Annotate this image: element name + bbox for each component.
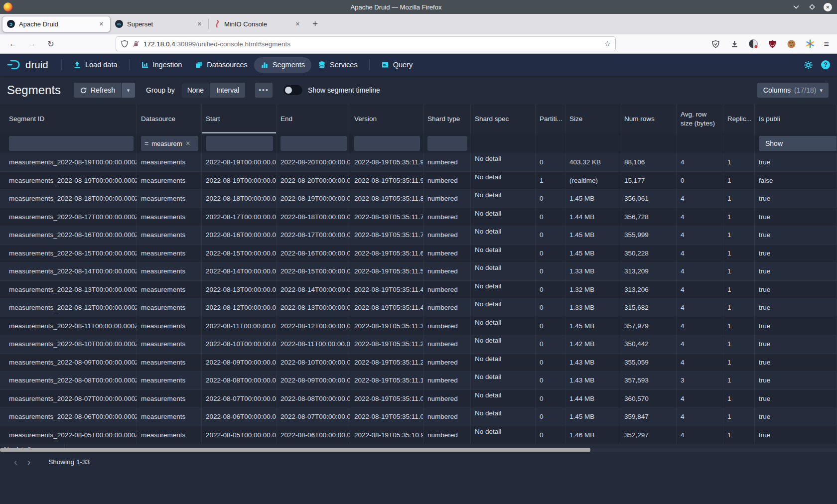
cell-datasource: measurements bbox=[137, 190, 202, 208]
bookmark-star-icon[interactable]: ☆ bbox=[604, 39, 611, 48]
gear-icon[interactable] bbox=[804, 60, 813, 70]
cell-start: 2022-08-17T00:00:00.0... bbox=[202, 208, 277, 226]
new-tab-button[interactable]: + bbox=[306, 18, 324, 29]
nav-datasources[interactable]: Datasources bbox=[188, 57, 254, 73]
column-header-size[interactable]: Size bbox=[565, 105, 620, 133]
tab-close-icon[interactable]: ✕ bbox=[293, 20, 302, 28]
cell-partition: 0 bbox=[536, 408, 565, 426]
clear-filter-icon[interactable]: ✕ bbox=[185, 140, 190, 147]
segment-id-filter-input[interactable] bbox=[9, 136, 134, 151]
refresh-dropdown-button[interactable]: ▾ bbox=[122, 83, 135, 98]
cell-replication: 1 bbox=[723, 390, 755, 408]
tab-close-icon[interactable]: ✕ bbox=[97, 20, 106, 28]
cell-segment-id: measurements_2022-08-07T00:00:00.000Z... bbox=[0, 390, 137, 408]
nav-segments[interactable]: Segments bbox=[254, 57, 311, 73]
tab-minio-console[interactable]: MinIO Console ✕ bbox=[209, 16, 306, 32]
cell-datasource: measurements bbox=[137, 172, 202, 190]
cell-is-published: true bbox=[755, 354, 837, 372]
next-page-icon[interactable]: › bbox=[22, 457, 36, 467]
cell-num-rows: 360,570 bbox=[620, 390, 677, 408]
column-header-avg-row-size[interactable]: Avg. row size (bytes) bbox=[677, 105, 723, 133]
forward-button[interactable]: → bbox=[26, 39, 38, 48]
insecure-lock-icon[interactable] bbox=[132, 40, 140, 48]
nav-services[interactable]: Services bbox=[311, 57, 364, 73]
column-header-label: Start bbox=[206, 115, 220, 124]
table-row: measurements_2022-08-07T00:00:00.000Z...… bbox=[0, 390, 837, 408]
start-filter-input[interactable] bbox=[206, 136, 273, 151]
previous-page-icon[interactable]: ‹ bbox=[9, 457, 22, 467]
is-published-filter-button[interactable]: Show bbox=[759, 136, 837, 151]
back-button[interactable]: ← bbox=[7, 39, 19, 48]
druid-logo[interactable]: druid bbox=[7, 59, 48, 71]
version-filter-input[interactable] bbox=[354, 136, 420, 151]
colorful-asterisk-extension-icon[interactable] bbox=[805, 38, 816, 49]
refresh-button[interactable]: Refresh bbox=[74, 83, 121, 98]
timeline-toggle-label: Show segment timeline bbox=[308, 86, 380, 94]
cell-version: 2022-08-19T05:35:11.4... bbox=[350, 299, 423, 317]
cell-end: 2022-08-16T00:00:00.0... bbox=[277, 245, 350, 262]
tab-close-icon[interactable]: ✕ bbox=[195, 20, 204, 28]
cell-num-rows: 357,979 bbox=[620, 317, 677, 335]
privacy-mask-extension-icon[interactable] bbox=[748, 38, 759, 49]
table-filter-row: =measureme✕Show bbox=[0, 133, 837, 153]
group-by-none-button[interactable]: None bbox=[181, 83, 210, 98]
ublock-extension-icon[interactable] bbox=[767, 38, 778, 49]
cell-replication: 1 bbox=[723, 172, 755, 190]
column-header-shard-spec[interactable]: Shard spec bbox=[471, 105, 536, 133]
tab-superset[interactable]: ∞ Superset ✕ bbox=[111, 16, 208, 32]
close-icon[interactable]: ✕ bbox=[824, 3, 832, 11]
cell-datasource: measurements bbox=[137, 335, 202, 353]
shield-check-extension-icon[interactable] bbox=[710, 38, 721, 49]
cell-partition: 1 bbox=[536, 172, 565, 190]
columns-button[interactable]: Columns (17/18) ▾ bbox=[757, 83, 829, 98]
datasource-filter-input[interactable]: =measureme✕ bbox=[141, 136, 198, 151]
column-header-segment-id[interactable]: Segment ID bbox=[0, 105, 137, 133]
end-filter-input[interactable] bbox=[280, 136, 347, 151]
menu-icon[interactable]: ≡ bbox=[824, 39, 829, 49]
cell-start: 2022-08-08T00:00:00.0... bbox=[202, 372, 277, 389]
url-bar[interactable]: 172.18.0.4:30899/unified-console.html#se… bbox=[116, 36, 616, 51]
cell-avg-row-size: 4 bbox=[677, 153, 723, 171]
cell-replication: 1 bbox=[723, 317, 755, 335]
tab-apache-druid[interactable]: ɔ Apache Druid ✕ bbox=[2, 16, 111, 32]
reload-button[interactable]: ↻ bbox=[45, 39, 57, 49]
cell-num-rows: 88,106 bbox=[620, 153, 677, 171]
group-by-label: Group by bbox=[146, 86, 175, 94]
column-header-replication[interactable]: Replic... bbox=[723, 105, 755, 133]
url-text[interactable]: 172.18.0.4:30899/unified-console.html#se… bbox=[143, 40, 601, 48]
cell-end: 2022-08-07T00:00:00.0... bbox=[277, 408, 350, 426]
cell-segment-id: measurements_2022-08-05T00:00:00.000Z... bbox=[0, 426, 137, 444]
column-header-partition[interactable]: Partiti... bbox=[536, 105, 565, 133]
column-header-datasource[interactable]: Datasource bbox=[137, 105, 202, 133]
horizontal-scrollbar bbox=[0, 448, 837, 452]
download-icon[interactable] bbox=[729, 38, 740, 49]
segment-timeline-toggle[interactable] bbox=[283, 85, 302, 95]
nav-query[interactable]: Query bbox=[375, 57, 419, 73]
cell-segment-id: measurements_2022-08-19T00:00:00.000Z... bbox=[0, 153, 137, 171]
more-options-button[interactable]: ••• bbox=[255, 83, 273, 98]
shard-type-filter-input[interactable] bbox=[427, 136, 467, 151]
column-header-is-published[interactable]: Is publi bbox=[755, 105, 837, 133]
help-icon[interactable]: ? bbox=[821, 60, 830, 69]
column-header-end[interactable]: End bbox=[277, 105, 350, 133]
column-header-start[interactable]: Start bbox=[202, 105, 277, 133]
cell-replication: 1 bbox=[723, 226, 755, 244]
table-row: measurements_2022-08-12T00:00:00.000Z...… bbox=[0, 299, 837, 317]
cell-datasource: measurements bbox=[137, 281, 202, 299]
cookie-extension-icon[interactable] bbox=[786, 38, 797, 49]
column-header-shard-type[interactable]: Shard type bbox=[423, 105, 471, 133]
nav-load-data[interactable]: Load data bbox=[67, 57, 124, 73]
maximize-icon[interactable] bbox=[808, 3, 816, 11]
column-header-num-rows[interactable]: Num rows bbox=[620, 105, 677, 133]
cell-avg-row-size: 4 bbox=[677, 245, 723, 262]
scrollbar-thumb[interactable] bbox=[0, 448, 590, 452]
tracking-shield-icon[interactable] bbox=[121, 40, 129, 48]
cell-shard-spec: No detail bbox=[471, 208, 536, 226]
nav-ingestion[interactable]: Ingestion bbox=[135, 57, 189, 73]
column-header-version[interactable]: Version bbox=[350, 105, 423, 133]
minimize-icon[interactable] bbox=[792, 3, 800, 11]
group-by-interval-button[interactable]: Interval bbox=[210, 83, 245, 98]
cell-start: 2022-08-09T00:00:00.0... bbox=[202, 354, 277, 372]
druid-favicon: ɔ bbox=[7, 20, 15, 28]
cell-is-published: true bbox=[755, 226, 837, 244]
